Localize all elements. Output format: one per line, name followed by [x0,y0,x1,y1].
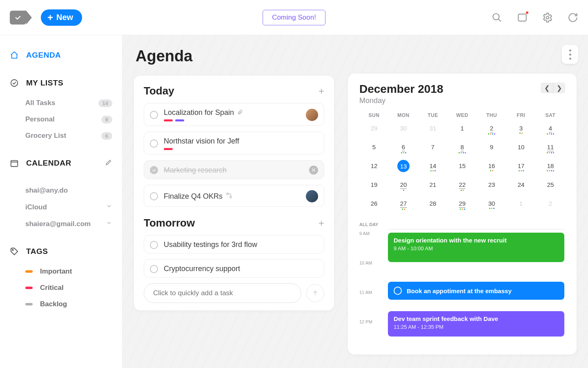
calendar-day[interactable]: 3 [506,125,536,137]
calendar-day[interactable]: 5 [359,144,389,156]
sidebar-tag-item[interactable]: Important [7,263,115,280]
calendar-event[interactable]: Dev team sprint feedback with Dave11:25 … [388,311,564,337]
sidebar: AGENDA MY LISTS All Tasks14Personal9Groc… [0,35,122,368]
sidebar-header-my-lists[interactable]: MY LISTS [7,74,115,92]
calendar-day[interactable]: 12 [359,162,389,175]
calendar-day[interactable]: 23 [477,181,506,193]
sidebar-item-agenda[interactable]: AGENDA [7,47,115,64]
calendar-day[interactable]: 1 [506,200,536,212]
calendar-day[interactable]: 7 [418,144,448,156]
calendar-day[interactable]: 6 [389,144,418,156]
calendar-day[interactable]: 30 [389,125,418,137]
calendar-day[interactable]: 29 [359,125,389,137]
task-body: Usability testings for 3rd flow [164,240,318,249]
calendar-day[interactable]: 26 [359,200,389,212]
calendar-day[interactable]: 27 [389,200,418,212]
sidebar-tag-item[interactable]: Critical [7,280,115,296]
add-task-today-button[interactable]: + [318,85,324,97]
calendar-day[interactable]: 22 [448,181,477,193]
calendar-day[interactable]: 2 [536,200,565,212]
new-button[interactable]: + New [41,9,82,26]
sidebar-account-item[interactable]: shai@any.do [7,182,115,199]
calendar-day[interactable]: 1 [448,125,477,137]
event-title: Design orientation with the new recruit [394,237,559,244]
calendar-day[interactable]: 8 [448,144,477,156]
sidebar-label: AGENDA [26,51,61,60]
calendar-card: December 2018 Monday ❮ ❯ SUNMONTUEWEDTHU… [348,74,577,355]
event-checkbox[interactable] [394,287,402,295]
gear-icon[interactable] [542,12,553,23]
calendar-day[interactable]: 4 [536,125,565,137]
sync-icon[interactable] [568,12,578,23]
remove-task-button[interactable]: ✕ [309,166,318,175]
window-icon[interactable] [517,12,528,23]
calendar-day[interactable]: 9 [477,144,506,156]
coming-soon-badge[interactable]: Coming Soon! [263,10,325,25]
calendar-dow: THU [477,112,506,118]
task-checkbox[interactable] [150,241,158,249]
calendar-day[interactable]: 24 [506,181,536,193]
calendar-event[interactable]: Book an appotiment at the embassy [388,282,564,300]
edit-icon[interactable] [105,159,112,168]
task-row[interactable]: Cryptocurrency support [144,259,324,278]
calendar-day[interactable]: 25 [536,181,565,193]
prev-month-button[interactable]: ❮ [541,83,553,93]
submit-button[interactable] [306,284,324,302]
calendar-day[interactable]: 17 [506,162,536,175]
calendar-day[interactable]: 30 [477,200,506,212]
calendar-day[interactable]: 11 [536,144,565,156]
tag-swatch [25,270,33,273]
next-month-button[interactable]: ❯ [553,83,565,93]
calendar-dow: SUN [359,112,389,118]
sidebar-list-item[interactable]: All Tasks14 [7,95,115,111]
quick-add-input[interactable] [144,283,301,303]
calendar-day[interactable]: 31 [418,125,448,137]
task-row[interactable]: Marketing research✕ [144,160,324,179]
calendar-day[interactable]: 19 [359,181,389,193]
sidebar-header-tags[interactable]: TAGS [7,243,115,260]
task-checkbox[interactable] [150,166,158,174]
task-body: Cryptocurrency support [164,265,318,273]
calendar-day[interactable]: 2 [477,125,506,137]
calendar-day[interactable]: 14 [418,162,448,175]
task-checkbox[interactable] [150,265,158,273]
calendar-day[interactable]: 18 [536,162,565,175]
svg-point-7 [12,249,13,251]
sidebar-list-item[interactable]: Personal9 [7,111,115,128]
task-body: Finalize Q4 OKRs [164,192,300,201]
sidebar-account-item[interactable]: iCloud [7,199,115,215]
tag-icon [10,247,19,256]
calendar-day[interactable]: 15 [448,162,477,175]
calendar-day[interactable]: 10 [506,144,536,156]
chevron-down-icon [106,220,112,228]
sidebar-label: TAGS [26,247,48,256]
task-checkbox[interactable] [150,192,158,200]
calendar-day[interactable]: 16 [477,162,506,175]
calendar-day[interactable]: 13 [389,162,418,175]
task-checkbox[interactable] [150,139,158,148]
add-task-tomorrow-button[interactable]: + [318,218,324,229]
sidebar-list-item[interactable]: Grocery List6 [7,128,115,144]
calendar-day[interactable]: 29 [448,200,477,212]
hour-label: 10 AM [359,259,388,288]
calendar-day[interactable]: 20 [389,181,418,193]
task-row[interactable]: Finalize Q4 OKRs [144,185,324,207]
task-row[interactable]: Usability testings for 3rd flow [144,235,324,254]
more-menu-button[interactable] [562,45,578,64]
search-icon[interactable] [492,12,502,23]
sidebar-header-calendar[interactable]: CALENDAR [7,155,115,172]
list-count: 6 [101,132,112,140]
sidebar-account-item[interactable]: shaiera@gmail.com [7,215,115,232]
task-checkbox[interactable] [150,111,158,119]
svg-line-1 [498,19,501,22]
calendar-day[interactable]: 28 [418,200,448,212]
sidebar-tag-item[interactable]: Backlog [7,296,115,312]
task-row[interactable]: Localization for Spain [144,103,324,126]
calendar-dow: SAT [536,112,565,118]
topbar: + New Coming Soon! [0,0,588,35]
task-body: Marketing research [164,166,303,175]
task-row[interactable]: Northstar vision for Jeff [144,132,324,155]
calendar-day[interactable]: 21 [418,181,448,193]
calendar-event[interactable]: Design orientation with the new recruit9… [388,233,564,262]
section-title: Today [144,85,174,97]
